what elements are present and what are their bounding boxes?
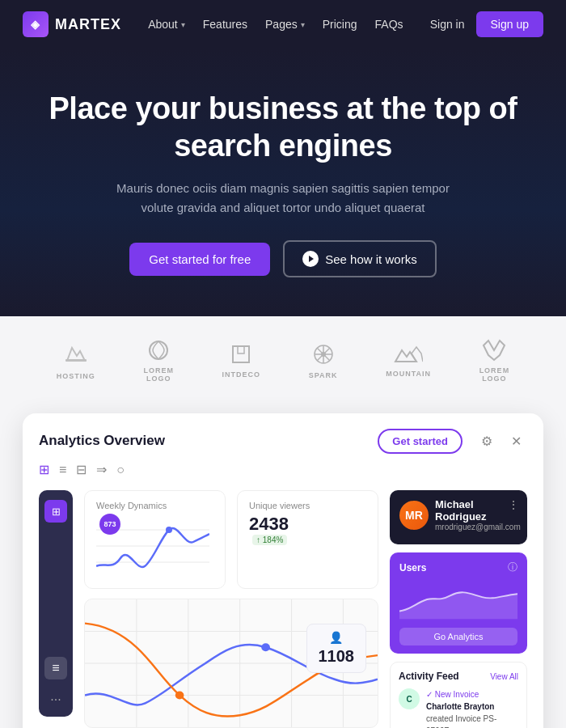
brand-intdeco: INTDECO [222,343,261,379]
brand-name: MARTEX [55,16,121,33]
sidebar-item-2[interactable]: ≡ [44,657,67,679]
activity-feed: Activity Feed View All C ✓ New Invoice C… [390,662,527,728]
dashboard-body: ⊞ ≡ ··· Weekly Dynamics [39,490,527,728]
get-started-bubble[interactable]: Get started [378,429,463,454]
brands-section: HOSTING LOREMLOGO INTDECO [0,316,566,405]
signup-button[interactable]: Sign up [476,11,543,37]
toolbar: ⊞ ≡ ⊟ ⇒ ○ [39,462,527,477]
nav-pricing[interactable]: Pricing [323,18,357,31]
spark-icon [311,342,336,368]
user-menu-button[interactable]: ⋮ [508,498,519,511]
feed-title: Activity Feed [399,671,459,682]
nav-links: About ▾ Features Pages ▾ Pricing FAQs [148,18,403,31]
clock-icon[interactable]: ○ [116,463,125,477]
dashboard-section: Analytics Overview Get started ⚙ ✕ ⊞ ≡ ⊟… [0,405,566,728]
svg-point-13 [166,527,172,533]
weekly-dynamics-card: Weekly Dynamics [84,490,226,589]
left-sidebar: ⊞ ≡ ··· [39,490,73,717]
user-email: mrodriguez@gmail.com [435,523,521,531]
hero-section: Place your business at the top of search… [0,49,566,316]
svg-rect-0 [65,359,87,362]
chart-icon[interactable]: ⇒ [96,462,107,477]
hero-subtext: Mauris donec ociis diam magnis sapien sa… [113,179,453,218]
nav-actions: Sign in Sign up [430,11,543,37]
brand-logo: ◈ MARTEX [23,11,121,37]
close-icon-button[interactable]: ✕ [505,430,527,452]
growth-value: ↑ 184% [249,535,366,545]
dashboard-header: Analytics Overview Get started ⚙ ✕ [39,430,527,452]
brand-mountain: MOUNTAIN [386,344,431,378]
nav-pages[interactable]: Pages ▾ [265,18,305,31]
unique-viewers-value: 2438 [249,514,366,535]
intdeco-icon [230,343,252,367]
signin-button[interactable]: Sign in [430,18,465,31]
ghost-card: 👤 1108 [306,624,367,673]
logo-icon: ◈ [23,11,49,37]
mini-chart-title: Users [399,562,426,574]
user-avatar: MR [399,501,429,530]
right-panel: MR Michael Rodriguez mrodriguez@gmail.co… [390,490,527,728]
grid-icon[interactable]: ⊞ [39,462,49,477]
metrics-row: Weekly Dynamics [84,490,378,589]
chevron-down-icon: ▾ [301,20,305,29]
mini-chart-card: Users ⓘ Go Analytics [390,552,527,654]
nav-about[interactable]: About ▾ [148,18,185,31]
dashboard-card: Analytics Overview Get started ⚙ ✕ ⊞ ≡ ⊟… [23,413,543,728]
hosting-icon [64,341,88,369]
chart-area: Weekly Dynamics [84,490,378,728]
svg-point-9 [321,352,326,357]
play-icon [302,251,319,267]
mountain-icon [394,344,423,366]
cta-primary-button[interactable]: Get started for free [129,243,270,276]
lorem2-icon [482,339,506,363]
go-analytics-button[interactable]: Go Analytics [399,628,517,645]
brand-lorem2: LOREMLOGO [479,339,510,383]
svg-rect-3 [238,346,244,353]
settings-icon-button[interactable]: ⚙ [475,430,498,452]
sidebar-item-1[interactable]: ⊞ [44,500,67,523]
svg-point-22 [175,692,184,700]
mini-chart-info-icon: ⓘ [508,561,517,574]
chevron-down-icon: ▾ [181,20,185,29]
dashboard-title: Analytics Overview [39,433,165,449]
weekly-badge: 873 [99,514,120,535]
user-card: MR Michael Rodriguez mrodriguez@gmail.co… [390,490,527,544]
unique-viewers-label: Unique viewers [249,501,366,510]
brand-hosting: HOSTING [57,341,95,380]
nav-features[interactable]: Features [203,18,247,31]
main-chart: 👤 1108 [84,599,378,728]
feed-avatar-1: C [399,688,420,709]
feed-item-1: C ✓ New Invoice Charlotte Brayton create… [399,688,518,728]
unique-viewers-card: Unique viewers 2438 ↑ 184% [237,490,378,589]
hero-buttons: Get started for free See how it works [49,240,517,277]
dashboard-actions: ⚙ ✕ [475,430,527,452]
brand-spark: SPARK [309,342,338,379]
view-all-button[interactable]: View All [490,672,518,681]
list-icon[interactable]: ≡ [59,463,66,477]
cta-secondary-button[interactable]: See how it works [283,240,436,277]
growth-badge: ↑ 184% [252,535,287,545]
ghost-num: 1108 [319,647,355,666]
weekly-label: Weekly Dynamics [96,501,213,510]
lorem1-icon [145,339,172,363]
svg-rect-2 [233,346,249,362]
svg-point-23 [261,644,270,652]
columns-icon[interactable]: ⊟ [76,462,87,477]
navbar: ◈ MARTEX About ▾ Features Pages ▾ Pricin… [0,0,566,49]
feed-content-1: ✓ New Invoice Charlotte Brayton created … [426,688,518,728]
hero-heading: Place your business at the top of search… [49,91,517,164]
brand-lorem1: LOREMLOGO [143,339,174,383]
nav-faqs[interactable]: FAQs [375,18,403,31]
